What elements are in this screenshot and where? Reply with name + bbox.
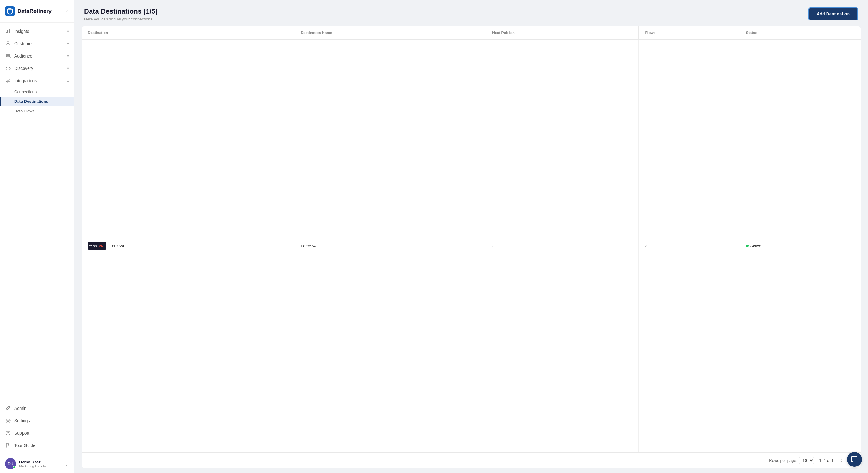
svg-point-12 (7, 420, 9, 422)
destination-cell: force 24 Force24 (88, 241, 288, 250)
column-header-flows: Flows (639, 26, 740, 40)
sidebar-item-customer[interactable]: Customer ▾ (0, 37, 74, 50)
user-initials: DU (8, 462, 13, 466)
page-title: Data Destinations (1/5) (84, 7, 157, 16)
pagination-range: 1–1 of 1 (819, 458, 834, 463)
flag-icon (5, 442, 11, 448)
sub-item-label-data-flows: Data Flows (14, 109, 34, 113)
sidebar-item-settings[interactable]: Settings (0, 414, 74, 427)
sidebar-item-insights[interactable]: Insights ▾ (0, 25, 74, 37)
svg-point-9 (6, 55, 8, 56)
sidebar-item-label-audience: Audience (14, 54, 64, 59)
bar-chart-icon (5, 28, 11, 34)
user-name: Demo User (19, 460, 61, 464)
column-header-destination-name: Destination Name (294, 26, 486, 40)
datarefinery-logo-icon (5, 6, 15, 16)
data-destinations-table: Destination Destination Name Next Publis… (82, 26, 861, 468)
status-active-dot (746, 244, 749, 247)
user-section[interactable]: DU Demo User Marketing Director ⋮ (0, 454, 74, 473)
online-indicator (13, 466, 16, 469)
user-title: Marketing Director (19, 464, 61, 468)
chat-button[interactable] (847, 452, 862, 467)
svg-point-8 (7, 42, 9, 43)
table-footer: Rows per page: 10 25 50 1–1 of 1 ‹ › (82, 452, 861, 468)
sidebar-item-label-discovery: Discovery (14, 66, 64, 71)
force24-logo-icon: force 24 (88, 241, 106, 250)
rows-per-page-control: Rows per page: 10 25 50 (769, 457, 814, 464)
chevron-down-icon: ▾ (67, 41, 69, 46)
sidebar-item-integrations[interactable]: Integrations ▴ (0, 75, 74, 87)
cell-status: Active (740, 40, 861, 452)
sidebar-item-support[interactable]: Support (0, 427, 74, 439)
question-icon (5, 430, 11, 436)
sidebar: DataRefinery ‹ Insights ▾ (0, 0, 74, 473)
svg-point-11 (6, 410, 7, 410)
gear-icon (5, 418, 11, 424)
sidebar-item-label-customer: Customer (14, 41, 64, 46)
add-destination-button[interactable]: Add Destination (808, 7, 858, 21)
page-title-area: Data Destinations (1/5) Here you can fin… (84, 7, 157, 21)
sub-item-label-connections: Connections (14, 89, 36, 94)
rows-per-page-select[interactable]: 10 25 50 (799, 457, 814, 464)
sidebar-sub-item-connections[interactable]: Connections (0, 87, 74, 96)
chevron-down-icon: ▾ (67, 54, 69, 58)
collapse-sidebar-button[interactable]: ‹ (65, 7, 69, 15)
sidebar-divider (0, 397, 74, 397)
status-badge: Active (746, 244, 855, 248)
cell-next-publish: - (486, 40, 639, 452)
destinations-table: Destination Destination Name Next Publis… (82, 26, 861, 452)
sidebar-sub-item-data-flows[interactable]: Data Flows (0, 106, 74, 116)
sidebar-item-label-support: Support (14, 431, 69, 436)
main-content: Data Destinations (1/5) Here you can fin… (74, 0, 868, 473)
page-subtitle: Here you can find all your connections. (84, 17, 157, 21)
chevron-down-icon: ▾ (67, 66, 69, 70)
sidebar-sub-item-data-destinations[interactable]: Data Destinations (0, 96, 74, 106)
logo-area: DataRefinery ‹ (0, 0, 74, 23)
page-header: Data Destinations (1/5) Here you can fin… (74, 0, 868, 26)
wrench-icon (5, 405, 11, 411)
svg-point-10 (8, 55, 10, 56)
column-header-next-publish: Next Publish (486, 26, 639, 40)
sidebar-item-label-tour-guide: Tour Guide (14, 443, 69, 448)
cell-destination: force 24 Force24 (82, 40, 294, 452)
column-header-destination: Destination (82, 26, 294, 40)
svg-text:24: 24 (99, 244, 103, 248)
main-nav: Insights ▾ Customer ▾ (0, 23, 74, 394)
sidebar-item-tour-guide[interactable]: Tour Guide (0, 439, 74, 452)
svg-rect-7 (9, 29, 10, 33)
svg-rect-6 (7, 30, 8, 33)
sidebar-item-admin[interactable]: Admin (0, 402, 74, 414)
chevron-down-icon: ▾ (67, 29, 69, 33)
svg-point-14 (8, 434, 8, 435)
sidebar-item-label-settings: Settings (14, 418, 69, 423)
sub-item-label-data-destinations: Data Destinations (14, 99, 48, 104)
sidebar-bottom-nav: Admin Settings Support (0, 400, 74, 454)
status-label: Active (750, 244, 761, 248)
logo-text: DataRefinery (17, 8, 52, 14)
sidebar-item-label-admin: Admin (14, 406, 69, 411)
chevron-up-icon: ▴ (67, 79, 69, 83)
pagination-prev-button[interactable]: ‹ (839, 456, 844, 464)
content-area: Destination Destination Name Next Publis… (74, 26, 868, 473)
arrows-icon (5, 78, 11, 84)
group-icon (5, 53, 11, 59)
table-row[interactable]: force 24 Force24 Force24 - 3 (82, 40, 861, 452)
sidebar-item-label-insights: Insights (14, 29, 64, 34)
sidebar-item-label-integrations: Integrations (14, 78, 64, 83)
svg-rect-5 (6, 32, 7, 33)
cell-flows: 3 (639, 40, 740, 452)
destination-label: Force24 (110, 244, 124, 248)
person-icon (5, 40, 11, 47)
svg-text:force: force (89, 244, 98, 248)
sidebar-item-audience[interactable]: Audience ▾ (0, 50, 74, 62)
rows-per-page-label: Rows per page: (769, 458, 797, 463)
column-header-status: Status (740, 26, 861, 40)
cell-destination-name: Force24 (294, 40, 486, 452)
user-info: Demo User Marketing Director (19, 460, 61, 468)
avatar: DU (5, 458, 16, 469)
code-icon (5, 65, 11, 71)
user-menu-button[interactable]: ⋮ (64, 461, 69, 467)
table-header-row: Destination Destination Name Next Publis… (82, 26, 861, 40)
sidebar-item-discovery[interactable]: Discovery ▾ (0, 62, 74, 75)
